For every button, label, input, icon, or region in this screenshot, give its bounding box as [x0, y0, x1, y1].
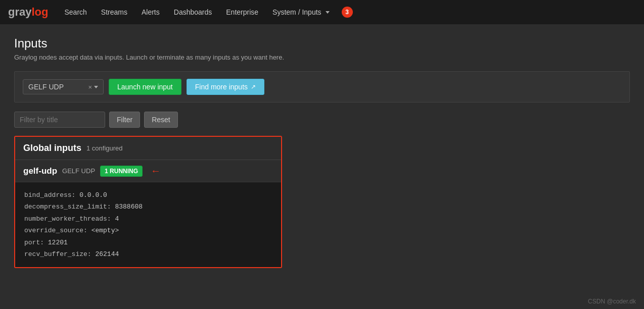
config-line-5: port: 12201 [24, 237, 272, 248]
find-inputs-label: Find more inputs [195, 83, 248, 91]
input-item-gelf-udp: gelf-udp GELF UDP 1 RUNNING ← [15, 160, 281, 182]
find-inputs-button[interactable]: Find more inputs ↗ [187, 79, 264, 95]
nav-search[interactable]: Search [58, 0, 93, 24]
running-badge: 1 RUNNING [100, 166, 143, 177]
input-type-select[interactable]: GELF UDP × [23, 79, 104, 94]
global-inputs-header: Global inputs 1 configured [15, 137, 281, 160]
page-subtitle: Graylog nodes accept data via inputs. La… [14, 54, 630, 61]
logo-gray: gray [8, 6, 31, 19]
nav-notification-badge[interactable]: 3 [342, 7, 353, 18]
launch-input-button[interactable]: Launch new input [109, 79, 181, 95]
global-inputs-panel: Global inputs 1 configured gelf-udp GELF… [14, 136, 282, 268]
top-navbar: graylog Search Streams Alerts Dashboards… [0, 0, 644, 24]
nav-system-inputs[interactable]: System / Inputs [266, 0, 335, 24]
nav-enterprise[interactable]: Enterprise [220, 0, 264, 24]
configured-count: 1 configured [86, 144, 123, 152]
filter-title-input[interactable] [14, 112, 105, 128]
nav-alerts[interactable]: Alerts [135, 0, 166, 24]
config-line-1: bind_address: 0.0.0.0 [24, 189, 272, 201]
reset-button[interactable]: Reset [144, 112, 178, 128]
external-link-icon: ↗ [251, 83, 256, 90]
page-title: Inputs [14, 36, 630, 50]
logo-red: log [31, 6, 48, 19]
config-line-3: number_worker_threads: 4 [24, 213, 272, 225]
dropdown-caret-icon [326, 11, 330, 14]
nav-system-inputs-label: System / Inputs [272, 8, 321, 16]
config-block: bind_address: 0.0.0.0 decompress_size_li… [15, 182, 281, 267]
filter-button[interactable]: Filter [109, 112, 140, 128]
footer: CSDN @coder.dk [588, 298, 636, 305]
nav-dashboards[interactable]: Dashboards [168, 0, 218, 24]
input-type-label: GELF UDP [62, 167, 95, 175]
select-dropdown-icon[interactable] [94, 86, 98, 88]
config-line-2: decompress_size_limit: 8388608 [24, 201, 272, 213]
config-line-4: override_source: <empty> [24, 225, 272, 236]
nav-streams[interactable]: Streams [95, 0, 133, 24]
arrow-left-icon: ← [151, 165, 161, 177]
select-value: GELF UDP [28, 83, 64, 91]
select-clear-icon[interactable]: × [88, 83, 92, 91]
filter-row: Filter Reset [14, 112, 630, 128]
logo: graylog [8, 6, 48, 19]
global-inputs-title: Global inputs [23, 143, 81, 153]
config-line-6: recv_buffer_size: 262144 [24, 248, 272, 260]
toolbar: GELF UDP × Launch new input Find more in… [14, 71, 630, 102]
input-name: gelf-udp [23, 166, 57, 176]
